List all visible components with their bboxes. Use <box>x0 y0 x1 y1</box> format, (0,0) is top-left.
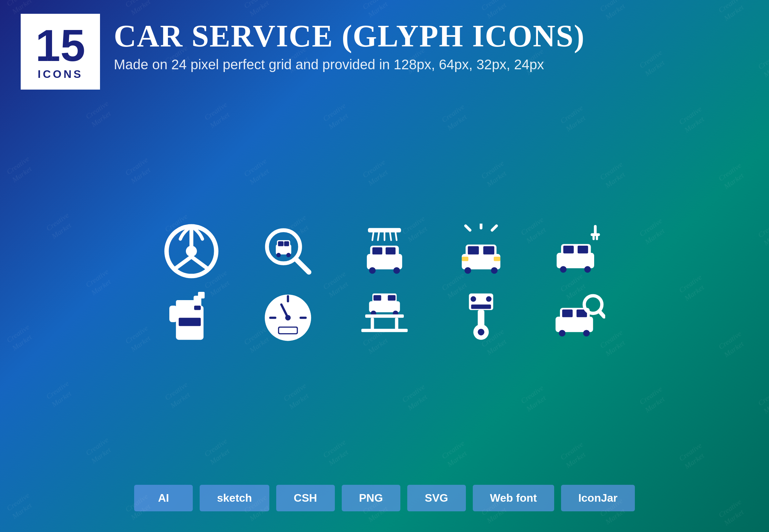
svg-rect-83 <box>562 309 572 317</box>
badge-number: 15 <box>36 23 86 68</box>
svg-rect-33 <box>468 246 479 254</box>
svg-rect-71 <box>371 318 374 330</box>
icon-count-badge: 15 ICONS <box>21 14 100 90</box>
svg-rect-24 <box>372 247 382 254</box>
svg-line-88 <box>599 311 604 317</box>
svg-point-27 <box>393 267 400 274</box>
svg-line-28 <box>466 226 470 230</box>
svg-point-14 <box>276 253 281 257</box>
format-png-button[interactable]: PNG <box>342 485 400 511</box>
svg-point-80 <box>478 329 484 335</box>
steering-wheel-icon <box>157 224 226 279</box>
svg-line-9 <box>296 259 309 272</box>
car-search-icon <box>253 224 322 279</box>
format-svg-button[interactable]: SVG <box>407 485 466 511</box>
svg-line-18 <box>378 232 379 240</box>
svg-point-48 <box>584 266 591 273</box>
svg-point-61 <box>285 315 291 320</box>
svg-rect-37 <box>462 257 468 261</box>
svg-rect-45 <box>563 246 573 253</box>
svg-rect-50 <box>176 300 195 308</box>
svg-rect-55 <box>194 306 201 310</box>
svg-line-21 <box>396 232 397 240</box>
svg-rect-77 <box>471 304 491 309</box>
svg-rect-46 <box>578 246 588 253</box>
page-subtitle: Made on 24 pixel perfect grid and provid… <box>114 57 585 72</box>
car-service-lift-icon <box>350 289 419 344</box>
svg-point-86 <box>583 330 590 336</box>
svg-point-47 <box>560 266 567 273</box>
fuel-can-icon <box>157 289 226 344</box>
svg-rect-67 <box>388 295 396 300</box>
svg-rect-13 <box>284 241 289 246</box>
page-title: Car Service (Glyph Icons) <box>114 21 585 52</box>
icons-row-2 <box>21 289 748 344</box>
svg-point-26 <box>369 267 376 274</box>
svg-rect-65 <box>369 301 400 312</box>
car-wash-icon <box>350 224 419 279</box>
car-alarm-icon <box>447 224 516 279</box>
svg-point-35 <box>465 267 471 274</box>
svg-rect-25 <box>386 247 396 254</box>
svg-rect-72 <box>395 318 398 330</box>
format-csh-button[interactable]: CSH <box>276 485 335 511</box>
svg-point-15 <box>286 253 291 257</box>
format-webfont-button[interactable]: Web font <box>473 485 554 511</box>
car-inspection-icon <box>543 289 612 344</box>
svg-rect-54 <box>179 318 201 326</box>
svg-rect-66 <box>373 295 381 300</box>
header: 15 ICONS Car Service (Glyph Icons) Made … <box>0 0 769 96</box>
svg-rect-63 <box>279 328 297 333</box>
svg-point-75 <box>471 296 476 301</box>
icons-section <box>0 96 769 471</box>
icons-row-1 <box>21 224 748 279</box>
svg-point-76 <box>486 296 491 301</box>
formats-bar: AI sketch CSH PNG SVG Web font IconJar <box>0 471 769 532</box>
format-ai-button[interactable]: AI <box>134 485 193 511</box>
svg-point-36 <box>491 267 498 274</box>
main-background: Creative Market 15 ICONS Car Service (Gl… <box>0 0 769 532</box>
svg-rect-73 <box>361 329 408 332</box>
electric-car-icon <box>543 224 612 279</box>
svg-line-20 <box>390 232 391 240</box>
svg-line-7 <box>191 257 208 269</box>
svg-line-6 <box>175 257 191 269</box>
svg-rect-34 <box>483 246 494 254</box>
engine-piston-icon <box>447 289 516 344</box>
svg-rect-53 <box>169 306 177 322</box>
svg-line-17 <box>372 232 373 240</box>
svg-line-30 <box>492 226 497 230</box>
svg-rect-12 <box>278 241 283 246</box>
format-iconjar-button[interactable]: IconJar <box>561 485 635 511</box>
speedometer-icon <box>253 289 322 344</box>
svg-rect-52 <box>198 292 204 298</box>
svg-rect-70 <box>365 314 404 318</box>
title-area: Car Service (Glyph Icons) Made on 24 pix… <box>114 14 585 72</box>
svg-point-85 <box>559 330 566 336</box>
format-sketch-button[interactable]: sketch <box>200 485 269 511</box>
badge-label: ICONS <box>38 68 83 81</box>
svg-rect-38 <box>494 257 500 261</box>
